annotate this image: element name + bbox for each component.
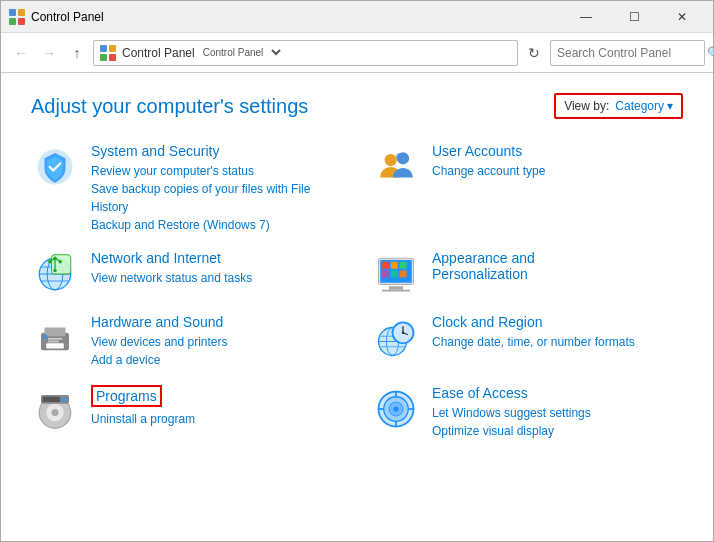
programs-title[interactable]: Programs xyxy=(91,385,162,407)
svg-rect-7 xyxy=(109,54,116,61)
user-accounts-title[interactable]: User Accounts xyxy=(432,143,683,159)
ease-link-1[interactable]: Let Windows suggest settings xyxy=(432,404,683,422)
programs-content: Programs Uninstall a program xyxy=(91,385,342,428)
svg-rect-30 xyxy=(400,262,407,269)
system-security-link-3[interactable]: Backup and Restore (Windows 7) xyxy=(91,216,342,234)
category-item-hardware[interactable]: Hardware and Sound View devices and prin… xyxy=(31,314,342,369)
svg-rect-3 xyxy=(18,18,25,25)
title-bar: Control Panel — ☐ ✕ xyxy=(1,1,713,33)
ease-link-2[interactable]: Optimize visual display xyxy=(432,422,683,440)
appearance-content: Appearance andPersonalization xyxy=(432,250,683,285)
svg-point-24 xyxy=(48,260,52,264)
svg-rect-4 xyxy=(100,45,107,52)
category-item-clock[interactable]: Clock and Region Change date, time, or n… xyxy=(372,314,683,369)
network-icon xyxy=(31,250,79,298)
minimize-button[interactable]: — xyxy=(563,1,609,33)
main-content: Adjust your computer's settings View by:… xyxy=(1,73,713,541)
system-security-content: System and Security Review your computer… xyxy=(91,143,342,234)
programs-icon xyxy=(31,385,79,433)
hardware-icon xyxy=(31,314,79,362)
svg-rect-5 xyxy=(109,45,116,52)
svg-rect-37 xyxy=(45,328,66,337)
view-by-value[interactable]: Category ▾ xyxy=(615,99,673,113)
system-security-link-2[interactable]: Save backup copies of your files with Fi… xyxy=(91,180,342,216)
svg-rect-31 xyxy=(382,271,389,278)
svg-rect-40 xyxy=(48,338,62,340)
user-accounts-icon xyxy=(372,143,420,191)
svg-rect-32 xyxy=(391,271,398,278)
svg-point-25 xyxy=(53,257,57,261)
svg-rect-6 xyxy=(100,54,107,61)
svg-point-60 xyxy=(393,406,398,411)
appearance-title[interactable]: Appearance andPersonalization xyxy=(432,250,683,282)
programs-link-1[interactable]: Uninstall a program xyxy=(91,410,342,428)
title-bar-title: Control Panel xyxy=(31,10,563,24)
category-item-user-accounts[interactable]: User Accounts Change account type xyxy=(372,143,683,234)
page-title: Adjust your computer's settings xyxy=(31,95,308,118)
svg-rect-1 xyxy=(18,9,25,16)
network-content: Network and Internet View network status… xyxy=(91,250,342,287)
svg-rect-29 xyxy=(391,262,398,269)
svg-rect-41 xyxy=(48,341,59,343)
system-security-title[interactable]: System and Security xyxy=(91,143,342,159)
title-bar-buttons: — ☐ ✕ xyxy=(563,1,705,33)
view-by-arrow: ▾ xyxy=(667,99,673,113)
close-button[interactable]: ✕ xyxy=(659,1,705,33)
title-bar-icon xyxy=(9,9,25,25)
appearance-icon xyxy=(372,250,420,298)
address-path[interactable]: Control Panel Control Panel xyxy=(93,40,518,66)
network-title[interactable]: Network and Internet xyxy=(91,250,342,266)
ease-title[interactable]: Ease of Access xyxy=(432,385,683,401)
svg-rect-0 xyxy=(9,9,16,16)
hardware-link-1[interactable]: View devices and printers xyxy=(91,333,342,351)
window: Control Panel — ☐ ✕ ← → ↑ Control Panel … xyxy=(0,0,714,542)
maximize-button[interactable]: ☐ xyxy=(611,1,657,33)
network-link-1[interactable]: View network status and tasks xyxy=(91,269,342,287)
svg-rect-38 xyxy=(46,343,64,348)
page-header: Adjust your computer's settings View by:… xyxy=(31,93,683,119)
back-button[interactable]: ← xyxy=(9,41,33,65)
category-item-network[interactable]: Network and Internet View network status… xyxy=(31,250,342,298)
refresh-button[interactable]: ↻ xyxy=(522,41,546,65)
user-accounts-content: User Accounts Change account type xyxy=(432,143,683,180)
view-by-control[interactable]: View by: Category ▾ xyxy=(554,93,683,119)
svg-rect-28 xyxy=(382,262,389,269)
search-input[interactable] xyxy=(557,46,707,60)
address-path-icon xyxy=(100,45,116,61)
ease-icon xyxy=(372,385,420,433)
svg-point-22 xyxy=(53,269,57,273)
hardware-content: Hardware and Sound View devices and prin… xyxy=(91,314,342,369)
svg-rect-33 xyxy=(400,271,407,278)
address-bar: ← → ↑ Control Panel Control Panel ↻ 🔍 xyxy=(1,33,713,73)
forward-button[interactable]: → xyxy=(37,41,61,65)
svg-rect-35 xyxy=(382,290,410,292)
ease-content: Ease of Access Let Windows suggest setti… xyxy=(432,385,683,440)
svg-rect-2 xyxy=(9,18,16,25)
category-item-ease[interactable]: Ease of Access Let Windows suggest setti… xyxy=(372,385,683,440)
view-by-label: View by: xyxy=(564,99,609,113)
clock-link-1[interactable]: Change date, time, or number formats xyxy=(432,333,683,351)
svg-point-23 xyxy=(59,260,63,264)
svg-rect-55 xyxy=(43,397,61,402)
clock-icon xyxy=(372,314,420,362)
category-item-programs[interactable]: Programs Uninstall a program xyxy=(31,385,342,440)
svg-point-56 xyxy=(61,397,66,402)
categories-grid: System and Security Review your computer… xyxy=(31,143,683,440)
user-accounts-link-1[interactable]: Change account type xyxy=(432,162,683,180)
system-security-link-1[interactable]: Review your computer's status xyxy=(91,162,342,180)
category-item-appearance[interactable]: Appearance andPersonalization xyxy=(372,250,683,298)
system-security-icon xyxy=(31,143,79,191)
search-icon: 🔍 xyxy=(707,46,714,60)
category-item-system-security[interactable]: System and Security Review your computer… xyxy=(31,143,342,234)
search-box[interactable]: 🔍 xyxy=(550,40,705,66)
hardware-title[interactable]: Hardware and Sound xyxy=(91,314,342,330)
address-dropdown[interactable]: Control Panel xyxy=(195,46,284,59)
up-button[interactable]: ↑ xyxy=(65,41,89,65)
address-path-text: Control Panel xyxy=(122,46,195,60)
svg-point-11 xyxy=(396,153,403,160)
svg-rect-39 xyxy=(43,335,47,339)
clock-title[interactable]: Clock and Region xyxy=(432,314,683,330)
svg-point-9 xyxy=(385,154,397,166)
hardware-link-2[interactable]: Add a device xyxy=(91,351,342,369)
svg-rect-34 xyxy=(389,286,403,290)
